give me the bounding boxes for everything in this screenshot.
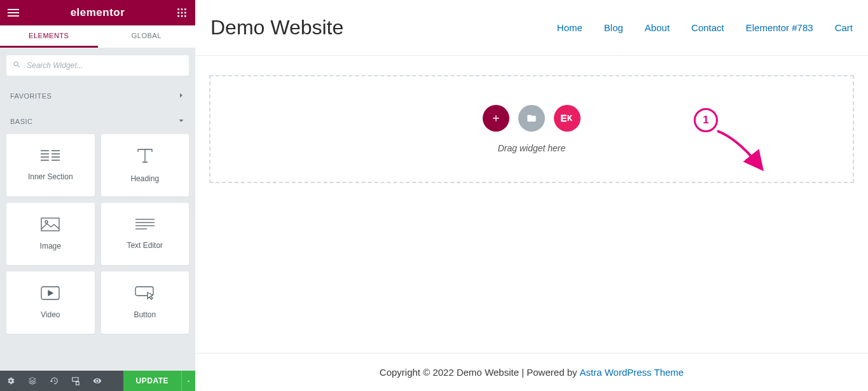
widget-video[interactable]: Video bbox=[6, 271, 95, 334]
columns-icon bbox=[41, 149, 60, 165]
widget-label: Image bbox=[40, 242, 61, 250]
editor-canvas: Demo Website Home Blog About Contact Ele… bbox=[195, 0, 868, 391]
text-t-icon bbox=[136, 147, 154, 167]
settings-icon[interactable] bbox=[0, 371, 22, 391]
play-icon bbox=[41, 286, 60, 303]
svg-rect-2 bbox=[8, 15, 19, 17]
site-header: Demo Website Home Blog About Contact Ele… bbox=[195, 0, 868, 56]
nav-link-blog[interactable]: Blog bbox=[604, 22, 623, 33]
site-title: Demo Website bbox=[210, 16, 343, 39]
widget-image[interactable]: Image bbox=[6, 203, 95, 265]
section-basic-label: BASIC bbox=[10, 118, 33, 125]
svg-rect-1 bbox=[8, 12, 19, 13]
nav-link-cart[interactable]: Cart bbox=[835, 22, 853, 33]
menu-icon[interactable] bbox=[8, 7, 19, 18]
section-favorites-label: FAVORITES bbox=[10, 92, 52, 100]
widget-label: Heading bbox=[130, 174, 159, 183]
widget-button[interactable]: Button bbox=[101, 271, 189, 334]
nav-link-contact[interactable]: Contact bbox=[691, 22, 724, 33]
site-footer: Copyright © 2022 Demo Website | Powered … bbox=[195, 353, 868, 391]
widget-label: Video bbox=[41, 310, 60, 319]
widget-label: Button bbox=[134, 310, 156, 319]
footer-theme-link[interactable]: Astra WordPress Theme bbox=[580, 367, 684, 378]
section-favorites[interactable]: FAVORITES bbox=[0, 83, 195, 109]
apps-grid-icon[interactable] bbox=[176, 7, 188, 18]
panel-tabs: ELEMENTS GLOBAL bbox=[0, 25, 195, 48]
button-click-icon bbox=[135, 286, 155, 303]
widget-label: Text Editor bbox=[127, 241, 163, 250]
responsive-icon[interactable] bbox=[65, 371, 86, 391]
template-library-button[interactable] bbox=[518, 105, 545, 132]
brand-label: elementor bbox=[71, 6, 125, 19]
update-button[interactable]: UPDATE bbox=[123, 371, 181, 391]
tab-global[interactable]: GLOBAL bbox=[98, 25, 196, 48]
history-icon[interactable] bbox=[43, 371, 65, 391]
svg-rect-20 bbox=[41, 218, 59, 231]
widgets-grid: Inner Section Heading Image bbox=[0, 134, 195, 340]
search-input[interactable] bbox=[6, 55, 189, 76]
widget-inner-section[interactable]: Inner Section bbox=[6, 134, 95, 196]
nav-link-about[interactable]: About bbox=[645, 22, 670, 33]
svg-rect-7 bbox=[181, 12, 183, 14]
svg-rect-0 bbox=[8, 9, 19, 10]
navigator-icon[interactable] bbox=[22, 371, 43, 391]
drop-area[interactable]: Drag widget here bbox=[209, 75, 854, 183]
panel-header: elementor bbox=[0, 0, 195, 25]
widget-heading[interactable]: Heading bbox=[101, 134, 189, 196]
add-section-button[interactable] bbox=[483, 105, 509, 132]
main-nav: Home Blog About Contact Elementor #783 C… bbox=[557, 22, 853, 33]
panel-footer: UPDATE bbox=[0, 371, 195, 391]
svg-point-21 bbox=[45, 221, 48, 223]
drop-hint: Drag widget here bbox=[498, 143, 566, 153]
svg-rect-8 bbox=[184, 12, 186, 14]
svg-rect-3 bbox=[177, 8, 179, 10]
widget-text-editor[interactable]: Text Editor bbox=[101, 203, 189, 265]
svg-rect-5 bbox=[184, 8, 186, 10]
svg-rect-9 bbox=[177, 15, 179, 17]
search-icon bbox=[13, 60, 21, 71]
chevron-right-icon bbox=[177, 92, 185, 100]
elementor-panel: elementor ELEMENTS GLOBAL FAVORITES BASI… bbox=[0, 0, 195, 391]
update-caret[interactable] bbox=[181, 371, 195, 391]
section-basic[interactable]: BASIC bbox=[0, 109, 195, 134]
svg-rect-4 bbox=[181, 8, 183, 10]
paragraph-icon bbox=[135, 218, 155, 233]
image-icon bbox=[41, 217, 60, 234]
chevron-down-icon bbox=[177, 117, 185, 126]
svg-rect-11 bbox=[184, 15, 186, 17]
svg-rect-6 bbox=[177, 12, 179, 14]
footer-text: Copyright © 2022 Demo Website | Powered … bbox=[380, 367, 577, 378]
nav-link-elementor783[interactable]: Elementor #783 bbox=[746, 22, 813, 33]
svg-rect-10 bbox=[181, 15, 183, 17]
envato-kit-button[interactable] bbox=[554, 105, 581, 132]
widget-label: Inner Section bbox=[28, 172, 73, 181]
preview-icon[interactable] bbox=[86, 371, 108, 391]
tab-elements[interactable]: ELEMENTS bbox=[0, 25, 98, 48]
search-wrap bbox=[0, 48, 195, 83]
nav-link-home[interactable]: Home bbox=[557, 22, 582, 33]
